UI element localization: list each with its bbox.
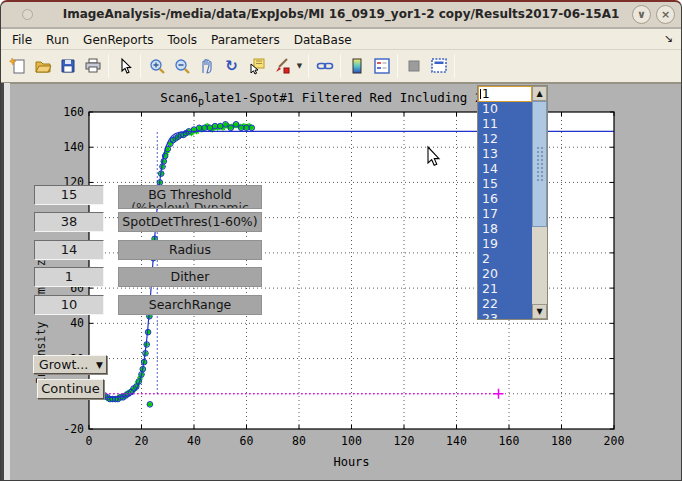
new-file-button[interactable] [5, 54, 30, 79]
radius-button[interactable]: Radius [118, 240, 262, 260]
toolbar-separator [108, 54, 109, 78]
link-plots-button[interactable] [312, 54, 337, 79]
menu-overflow-arrow-icon[interactable]: ↘ [664, 32, 673, 45]
spot-list-item[interactable]: 13 [478, 147, 532, 162]
inactive-tool-button [401, 54, 426, 79]
menu-item[interactable]: DataBase [287, 33, 359, 47]
growth-mode-dropdown[interactable]: Growt... ▼ [33, 355, 107, 374]
radius-field[interactable]: 14 [34, 240, 104, 260]
spotdetthres-button[interactable]: SpotDetThres(1-60%) [118, 212, 262, 232]
toolbar-separator [454, 54, 455, 78]
spot-list-item[interactable]: 16 [478, 192, 532, 207]
close-window-button[interactable]: × [656, 5, 675, 24]
menu-item[interactable]: Tools [160, 33, 204, 47]
spot-selector-list: 10111213141516171819220212223 [478, 102, 532, 319]
dropdown-caret-icon: ▼ [297, 62, 302, 70]
spot-list-item[interactable]: 2 [478, 252, 532, 267]
zoom-out-button[interactable] [169, 54, 194, 79]
spot-list-item[interactable]: 18 [478, 222, 532, 237]
dock-figure-button[interactable] [426, 54, 451, 79]
legend-icon [373, 57, 391, 75]
data-cursor-button[interactable] [244, 54, 269, 79]
menu-item[interactable]: GenReports [76, 33, 160, 47]
spot-list-item[interactable]: 22 [478, 297, 532, 312]
pointer-tool-button[interactable] [112, 54, 137, 79]
menu-item[interactable]: Parameters [204, 33, 287, 47]
pointer-icon [116, 57, 134, 75]
toolbar-separator [140, 54, 141, 78]
scrollbar-thumb[interactable] [532, 101, 547, 227]
save-button[interactable] [55, 54, 80, 79]
bg-threshold-field[interactable]: 15 [34, 185, 104, 205]
save-icon [59, 57, 77, 75]
spot-list-scrollbar[interactable]: ▲ ▼ [532, 86, 547, 319]
dock-window-icon [430, 57, 448, 75]
zoom-in-button[interactable] [144, 54, 169, 79]
rotate-3d-icon: ↻ [225, 57, 238, 75]
spot-list-item[interactable]: 17 [478, 207, 532, 222]
continue-button[interactable]: Continue [37, 379, 104, 399]
window-menu-icon[interactable] [22, 9, 33, 20]
brush-icon [273, 57, 291, 75]
spot-list-item[interactable]: 20 [478, 267, 532, 282]
toolbar: ↻ ▼ [1, 50, 681, 83]
spot-list-item[interactable]: 15 [478, 177, 532, 192]
toolbar-separator [340, 54, 341, 78]
scroll-up-icon[interactable]: ▲ [532, 86, 547, 101]
window-title: ImageAnalysis-/media/data/ExpJobs/MI 16_… [63, 7, 620, 21]
scroll-down-icon[interactable]: ▼ [532, 304, 547, 319]
spot-list-item[interactable]: 10 [478, 102, 532, 117]
pan-tool-button[interactable] [194, 54, 219, 79]
dither-button[interactable]: Dither [118, 267, 262, 287]
menu-item[interactable]: Run [39, 33, 76, 47]
open-file-button[interactable] [30, 54, 55, 79]
zoom-in-icon [148, 57, 166, 75]
searchrange-field[interactable]: 10 [34, 295, 104, 315]
searchrange-button[interactable]: SearchRange [118, 295, 262, 315]
insert-colorbar-button[interactable] [344, 54, 369, 79]
new-file-icon [9, 57, 27, 75]
open-folder-icon [34, 57, 52, 75]
bg-threshold-button[interactable]: BG Threshold (%below) Dynamic [118, 185, 262, 209]
print-icon [84, 57, 102, 75]
brush-tool-button[interactable] [269, 54, 294, 79]
app-window: ImageAnalysis-/media/data/ExpJobs/MI 16_… [0, 0, 682, 481]
bg-threshold-sublabel: (%below) Dynamic [119, 202, 261, 210]
colorbar-icon [348, 57, 366, 75]
pan-hand-icon [198, 57, 216, 75]
toolbar-separator [308, 54, 309, 78]
spot-list-item[interactable]: 11 [478, 117, 532, 132]
spot-list-item[interactable]: 23 [478, 312, 532, 319]
dither-field[interactable]: 1 [34, 267, 104, 287]
titlebar[interactable]: ImageAnalysis-/media/data/ExpJobs/MI 16_… [1, 2, 681, 28]
spot-selector-popup: 1 10111213141516171819220212223 ▲ ▼ [477, 85, 548, 320]
spot-selector-input[interactable]: 1 [478, 86, 532, 102]
menubar: FileRunGenReportsToolsParametersDataBase… [1, 29, 681, 50]
menu-item[interactable]: File [5, 33, 39, 47]
link-icon [316, 57, 334, 75]
growth-mode-label: Growt... [39, 357, 88, 372]
print-button[interactable] [80, 54, 105, 79]
spot-list-item[interactable]: 12 [478, 132, 532, 147]
spot-list-item[interactable]: 21 [478, 282, 532, 297]
spot-list-item[interactable]: 19 [478, 237, 532, 252]
spotdetthres-field[interactable]: 38 [34, 212, 104, 232]
data-cursor-icon [248, 57, 266, 75]
rotate-3d-button[interactable]: ↻ [219, 54, 244, 79]
chevron-down-icon: ▼ [96, 357, 103, 374]
zoom-out-icon [173, 57, 191, 75]
toolbar-separator [397, 54, 398, 78]
inactive-square-icon [405, 57, 423, 75]
insert-legend-button[interactable] [369, 54, 394, 79]
spot-list-item[interactable]: 14 [478, 162, 532, 177]
brush-menu-button[interactable]: ▼ [294, 54, 305, 79]
shade-window-button[interactable]: ∨ [632, 5, 651, 24]
